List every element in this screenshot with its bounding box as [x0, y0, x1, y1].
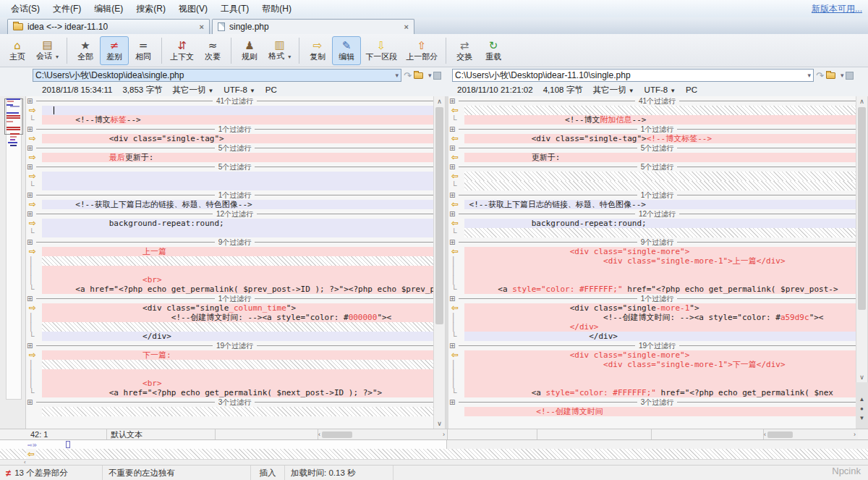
tab-single-php[interactable]: single.php × — [212, 19, 414, 34]
browse-caret-icon[interactable]: ▾ — [428, 72, 432, 79]
diff-row[interactable]: └ <a href="<?php echo get_permalink( $pr… — [26, 285, 433, 294]
code-line[interactable] — [464, 379, 856, 388]
menu-item[interactable]: 会话(S) — [4, 1, 46, 17]
scroll-right-icon[interactable]: › — [854, 431, 856, 438]
code-line[interactable]: <!--获取上下篇日志的链接、标题、特色图像--> — [464, 200, 856, 209]
diff-row[interactable]: ⇦ <div class="single-more"> — [448, 350, 856, 360]
code-line[interactable]: <div class="single-more-1"> — [464, 303, 856, 313]
diff-row[interactable]: └ — [26, 228, 433, 237]
copy-left-arrow-icon[interactable]: ⇦ — [448, 153, 464, 162]
code-line[interactable] — [464, 228, 856, 237]
undo-icon[interactable]: ↷ — [816, 70, 824, 81]
diff-row[interactable]: │ <div class="single-more-1">上一篇</div> — [448, 256, 856, 266]
left-filter-dropdown[interactable]: 其它一切▼ — [172, 85, 213, 96]
code-line[interactable] — [42, 360, 433, 369]
code-line[interactable]: <a style="color: #FFFFFF;" href="<?php e… — [464, 285, 856, 294]
scroll-up-icon[interactable]: ∧ — [434, 96, 445, 106]
code-line[interactable] — [42, 106, 433, 115]
left-horizontal-scrollbar[interactable]: ‹ › — [318, 429, 447, 439]
code-line[interactable]: <a href="<?php echo get_permalink( $prev… — [42, 285, 433, 294]
code-line[interactable]: background-repeat:round; — [42, 219, 433, 228]
goto-first-diff-icon[interactable]: ▲ — [859, 396, 865, 403]
code-line[interactable]: 下一篇: — [42, 350, 433, 360]
left-path-combobox[interactable]: C:\Users\小牧\Desktop\idea\single.php ▾ — [33, 69, 401, 82]
code-line[interactable]: <br> — [42, 275, 433, 285]
toolbar-button-次要[interactable]: ≈次要 — [198, 36, 227, 65]
toolbar-button-上一部分[interactable]: ⇧上一部分 — [401, 36, 442, 65]
code-line[interactable]: <div class="single-tag"><!--博文标签--> — [464, 134, 856, 143]
menu-item[interactable]: 视图(V) — [172, 1, 214, 17]
tab-close-icon[interactable]: × — [200, 22, 204, 31]
right-encoding-dropdown[interactable]: UTF-8▼ — [644, 85, 676, 94]
diff-row[interactable]: │ — [26, 360, 433, 369]
diff-row[interactable]: │ <!--创建博文时间: --><a style="color: #00000… — [26, 313, 433, 322]
code-line[interactable]: <a style="color: #FFFFFF;" href="<?php e… — [464, 388, 856, 397]
code-line[interactable]: <!--博文附加信息--> — [464, 115, 856, 125]
code-line[interactable]: 最后更新于: — [42, 153, 433, 162]
diff-row[interactable]: └ <a href="<?php echo get_permalink( $ne… — [26, 388, 433, 397]
right-horizontal-scrollbar[interactable]: ‹ › — [764, 429, 858, 439]
diff-row[interactable]: └ <!--博文标签--> — [26, 115, 433, 125]
diff-row[interactable]: └ — [448, 181, 856, 190]
new-version-link[interactable]: 新版本可用... — [812, 3, 862, 15]
code-line[interactable]: <div class="single_column_time"> — [42, 303, 433, 313]
code-line[interactable]: <div class="single-more-1">上一篇</div> — [464, 256, 856, 266]
diff-row[interactable]: <!--创建博文时间 — [448, 407, 856, 416]
left-diff-pane[interactable]: ⊞41个过滤行⇨└ <!--博文标签-->⊞1个过滤行⇨ <div class=… — [26, 96, 433, 429]
diff-row[interactable]: ⇦ background-repeat:round; — [448, 219, 856, 228]
diff-row[interactable]: │ </div> — [448, 322, 856, 332]
diff-row[interactable]: └ — [448, 228, 856, 237]
code-line[interactable] — [464, 172, 856, 181]
menu-item[interactable]: 编辑(E) — [88, 1, 129, 17]
code-line[interactable]: <a href="<?php echo get_permalink( $next… — [42, 388, 433, 397]
code-line[interactable]: <div class="single-tag"> — [42, 134, 433, 143]
toolbar-button-全部[interactable]: ★全部 — [71, 36, 100, 65]
code-line[interactable] — [464, 266, 856, 275]
scroll-down-icon[interactable]: ∨ — [434, 418, 445, 429]
toolbar-button-会话[interactable]: ▤会话 ▾ — [32, 36, 63, 65]
toolbar-button-格式[interactable]: ▥格式 ▾ — [264, 36, 295, 65]
browse-folder-icon[interactable] — [826, 72, 835, 79]
line-detail-left[interactable]: ⇨» — [0, 440, 447, 449]
toolbar-button-相同[interactable]: =相同 — [129, 36, 158, 65]
code-line[interactable] — [464, 106, 856, 115]
undo-icon[interactable]: ↷ — [404, 70, 412, 81]
scroll-right-icon[interactable]: › — [443, 431, 445, 438]
code-line[interactable] — [42, 228, 433, 237]
code-line[interactable]: <br> — [42, 379, 433, 388]
code-line[interactable] — [42, 266, 433, 275]
diff-row[interactable]: │ — [448, 379, 856, 388]
diff-row[interactable]: │ — [26, 369, 433, 379]
menu-item[interactable]: 帮助(H) — [255, 1, 298, 17]
toolbar-button-主页[interactable]: ⌂主页 — [3, 36, 32, 65]
code-line[interactable]: <!--博文标签--> — [42, 115, 433, 125]
diff-row[interactable]: ⇦ <div class="single-tag"><!--博文标签--> — [448, 134, 856, 143]
code-line[interactable]: </div> — [464, 332, 856, 341]
detail-scroll-strip[interactable]: ‹ — [0, 459, 868, 465]
toolbar-button-重载[interactable]: ↻重载 — [479, 36, 508, 65]
diff-row[interactable]: │ — [26, 266, 433, 275]
diff-row[interactable]: ⇨ — [26, 172, 433, 181]
code-line[interactable] — [464, 275, 856, 285]
code-line[interactable] — [42, 181, 433, 190]
diff-row[interactable]: └ <a style="color: #FFFFFF;" href="<?php… — [448, 285, 856, 294]
toolbar-button-上下文[interactable]: ⇵上下文 — [166, 36, 198, 65]
right-diff-pane[interactable]: ⊞41个过滤行⇦└ <!--博文附加信息-->⊞1个过滤行⇦ <div clas… — [448, 96, 856, 429]
code-line[interactable] — [42, 407, 433, 416]
menu-item[interactable]: 工具(T) — [214, 1, 255, 17]
expand-section-icon[interactable]: ⊞ — [448, 397, 459, 407]
code-line[interactable] — [464, 369, 856, 379]
toolbar-button-规则[interactable]: ♟规则 — [235, 36, 264, 65]
browse-caret-icon[interactable]: ▾ — [841, 72, 844, 79]
diff-row[interactable]: └ </div> — [26, 332, 433, 341]
copy-right-arrow-icon[interactable]: ⇨ — [26, 247, 42, 256]
copy-left-arrow-icon[interactable]: ⇦ — [448, 247, 464, 256]
copy-right-arrow-icon[interactable]: ⇨ — [26, 219, 42, 228]
code-line[interactable] — [42, 369, 433, 379]
diff-row[interactable]: │ <br> — [26, 379, 433, 388]
copy-left-arrow-icon[interactable]: ⇦ — [448, 134, 464, 143]
code-line[interactable] — [42, 256, 433, 266]
copy-right-arrow-icon[interactable]: ⇨ — [26, 106, 42, 115]
filter-state[interactable]: 不重要的左边独有 — [103, 466, 251, 480]
diff-row[interactable]: ⇦ <div class="single-more"> — [448, 247, 856, 256]
